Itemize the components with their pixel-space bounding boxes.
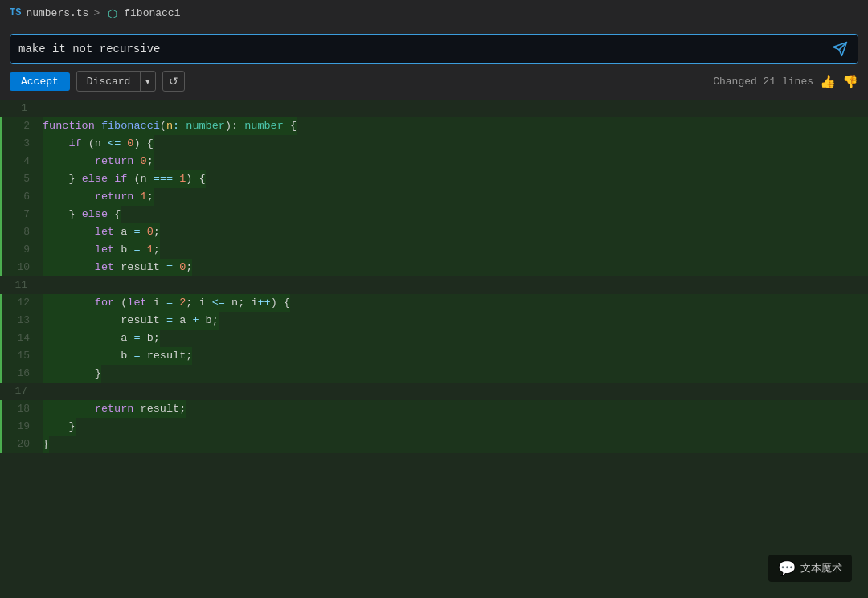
function-name-label: fibonacci	[124, 7, 180, 19]
table-row: 9 let b = 1;	[0, 241, 868, 259]
discard-dropdown-button[interactable]: ▾	[141, 73, 155, 90]
thumbs-up-icon: 👍	[820, 75, 836, 88]
prompt-input[interactable]	[18, 43, 824, 55]
table-row: 3 if (n <= 0) {	[0, 135, 868, 153]
changed-lines-text: Changed 21 lines	[713, 76, 813, 88]
send-icon	[832, 41, 848, 57]
changed-info: Changed 21 lines 👍 👎	[713, 74, 858, 89]
table-row: 8 let a = 0;	[0, 223, 868, 241]
discard-group: Discard ▾	[76, 71, 157, 92]
wechat-icon: 💬	[778, 559, 796, 577]
table-row: 7 } else {	[0, 206, 868, 223]
watermark: 💬 文本魔术	[768, 555, 852, 582]
table-row: 16 }	[0, 365, 868, 383]
table-row: 5 } else if (n === 1) {	[0, 170, 868, 188]
thumbs-down-button[interactable]: 👎	[842, 74, 858, 89]
table-row: 20 }	[0, 436, 868, 453]
watermark-text: 文本魔术	[800, 561, 842, 575]
table-row: 12 for (let i = 2; i <= n; i++) {	[0, 294, 868, 312]
prompt-container	[0, 26, 868, 64]
prompt-submit-button[interactable]	[830, 39, 850, 59]
title-bar: TS numbers.ts > ⬡ fibonacci	[0, 0, 868, 26]
discard-button[interactable]: Discard	[77, 72, 141, 91]
table-row: 6 return 1;	[0, 188, 868, 206]
filename-label: numbers.ts	[26, 7, 88, 19]
accept-button[interactable]: Accept	[10, 72, 70, 91]
table-row: 13 result = a + b;	[0, 312, 868, 330]
breadcrumb-separator: >	[93, 7, 100, 19]
prompt-input-row	[10, 34, 858, 64]
table-row: 18 return result;	[0, 400, 868, 418]
code-area: 1 2 function fibonacci(n: number): numbe…	[0, 100, 868, 453]
table-row: 17	[0, 383, 868, 400]
refresh-icon: ↺	[169, 75, 178, 88]
refresh-button[interactable]: ↺	[162, 71, 185, 92]
table-row: 19 }	[0, 418, 868, 436]
action-bar: Accept Discard ▾ ↺ Changed 21 lines 👍 👎	[0, 64, 868, 100]
function-icon: ⬡	[108, 7, 119, 18]
table-row: 14 a = b;	[0, 330, 868, 347]
thumbs-down-icon: 👎	[842, 75, 858, 88]
thumbs-up-button[interactable]: 👍	[820, 74, 836, 89]
table-row: 10 let result = 0;	[0, 259, 868, 276]
table-row: 4 return 0;	[0, 153, 868, 170]
table-row: 1	[0, 100, 868, 117]
table-row: 15 b = result;	[0, 347, 868, 365]
table-row: 11	[0, 276, 868, 294]
ts-badge: TS	[10, 7, 21, 18]
table-row: 2 function fibonacci(n: number): number …	[0, 117, 868, 135]
